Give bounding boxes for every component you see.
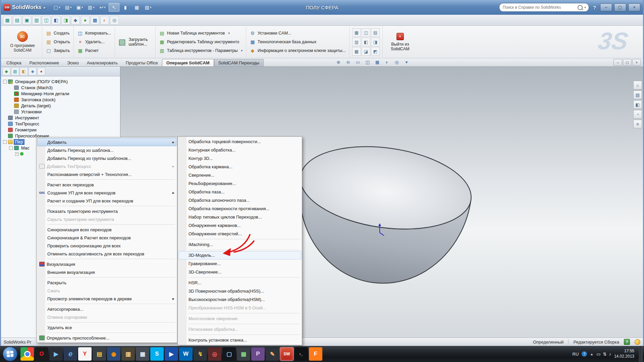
ribbon-button[interactable]: ◆ Информация о электронном ключе защиты.… [250, 46, 346, 55]
context-menu-item[interactable]: Добавить ТехПроцесс [37, 162, 176, 170]
search-dropdown-icon[interactable]: ▾ [584, 6, 586, 9]
tree-expand-toggle[interactable] [9, 110, 13, 114]
submenu-item[interactable]: HSR... [178, 279, 301, 287]
ribbon-grid-icon[interactable]: ▥ [352, 38, 361, 46]
command-tab[interactable]: Анализировать [83, 59, 122, 66]
show-desktop-button[interactable] [639, 346, 643, 362]
tree-expand-toggle[interactable] [9, 104, 13, 108]
submenu-item[interactable]: 3D-Сверление... [178, 268, 301, 276]
ribbon-button[interactable]: ▥ Таблица инструментов - Параметры [159, 46, 243, 55]
context-menu-item[interactable]: Расчет и создание УП для всех переходов [37, 197, 176, 205]
context-menu-item[interactable]: Определить приспособление... [37, 334, 176, 342]
ribbon-grid-icon[interactable]: ▩ [352, 47, 361, 56]
context-menu-item[interactable]: Раскрыть [37, 279, 176, 287]
ribbon-grid-icon[interactable]: ◪ [362, 47, 370, 56]
taskbar-app-icon[interactable]: ▶ [165, 347, 178, 361]
tree-item[interactable]: Установки [2, 109, 119, 115]
tree-expand-toggle[interactable] [9, 92, 13, 96]
taskbar-app-icon[interactable]: O [35, 347, 48, 361]
submenu-item[interactable] [189, 313, 300, 313]
context-menu-item[interactable]: Отменить ассоциативность для всех перехо… [37, 250, 176, 258]
load-template-button[interactable]: ▧ Загрузить шаблон... [115, 26, 156, 57]
ribbon-button[interactable]: ▢ Закрыть [46, 46, 70, 55]
tree-item[interactable]: ТехПроцесс [2, 121, 119, 127]
tree-item-label[interactable]: Пер [14, 139, 24, 144]
tree-item-label[interactable]: Менеджер Ноля детали [20, 91, 70, 96]
tree-item[interactable]: Инструмент [2, 115, 119, 121]
taskbar-clock[interactable]: 17:55 14.02.2013 [614, 349, 634, 359]
tree-item[interactable]: Геометрии [2, 127, 119, 133]
taskbar-app-icon[interactable]: ▤ [93, 347, 106, 361]
context-menu-item[interactable]: Добавить [37, 138, 176, 146]
command-tab[interactable]: Продукты Office [122, 59, 162, 66]
submenu-item[interactable]: 3D-Модель... [178, 251, 301, 259]
context-menu-item[interactable]: Автосортировка... [37, 305, 176, 313]
taskbar-app-icon[interactable]: ▦ [136, 347, 149, 361]
titlebar-tool-icon[interactable]: ↩ [97, 3, 108, 12]
tree-expand-toggle[interactable]: + [15, 152, 19, 156]
ribbon-grid-icon[interactable]: ▤ [371, 28, 380, 37]
toolbar-icon[interactable]: ◆ [71, 16, 80, 24]
taskbar-app-icon[interactable]: ▥ [121, 347, 135, 361]
tree-item[interactable]: Заготовка (stock) [2, 97, 119, 103]
tree-expand-toggle[interactable] [9, 86, 13, 89]
submenu-item[interactable]: Контур 3D... [178, 154, 301, 163]
submenu-item[interactable]: 3D Поверхностная обработка(HSS)... [178, 287, 301, 295]
toolbar-icon[interactable]: ◧ [52, 16, 60, 24]
submenu-item[interactable]: Резьбофрезерование... [178, 179, 301, 188]
taskbar-app-icon[interactable]: ▶ [49, 347, 63, 361]
tree-item-label[interactable]: Операция (ПОЛУ СФЕРА) [14, 79, 69, 84]
submenu-item[interactable]: Контроль установок станка... [178, 336, 301, 344]
context-menu-item[interactable] [47, 277, 175, 278]
tray-icon[interactable]: ♪ [609, 352, 611, 357]
view-tool-icon[interactable]: ⊖ [344, 59, 352, 65]
context-menu-item[interactable]: Проверить синхронизацию для всех [37, 242, 176, 250]
context-menu-item[interactable]: Показать траекторию инструмента [37, 207, 176, 215]
tree-item-label[interactable]: Заготовка (stock) [20, 97, 56, 102]
tree-expand-toggle[interactable] [9, 98, 13, 102]
toolbar-icon[interactable]: ▥ [32, 16, 41, 24]
context-menu-item[interactable]: Добавить Переход из группы шаблонов... [37, 154, 176, 162]
context-menu-item[interactable]: Скрыть траекторию инструмента [37, 215, 176, 223]
context-menu-item[interactable]: Просмотр элементов переходов в дереве [37, 295, 176, 303]
taskbar-app-icon[interactable]: W [179, 347, 193, 361]
taskbar-app-icon[interactable]: ›_ [294, 347, 308, 361]
hemisphere-model[interactable] [287, 136, 477, 294]
context-menu-item[interactable] [47, 259, 175, 259]
submenu-item[interactable]: Обработка кармана... [178, 163, 301, 171]
context-menu-item[interactable]: Внешняя визуализация [37, 268, 176, 276]
submenu-item[interactable]: Преобразование HSS-HSM в 5 Осей... [178, 304, 301, 312]
minimize-button[interactable]: – [600, 3, 612, 11]
viewport-tool-icon[interactable]: ◔ [633, 110, 642, 119]
show-hidden-icons-button[interactable]: ▲ [590, 352, 593, 356]
context-menu-item[interactable]: Расчет всех переходов [37, 181, 176, 189]
toolbar-icon[interactable]: ◐ [100, 16, 109, 24]
doc-restore-button[interactable]: ▢ [623, 59, 632, 66]
context-menu-item[interactable] [47, 224, 175, 225]
ribbon-grid-icon[interactable]: ◨ [371, 38, 380, 46]
context-menu-item[interactable]: Распознавание отверстий + Технология... [37, 170, 176, 178]
context-menu-item[interactable]: Отмена сортировки [37, 313, 176, 321]
titlebar-tool-icon[interactable]: ▤ [63, 3, 74, 12]
chevron-right-icon[interactable]: ▸ [44, 6, 46, 9]
ribbon-button[interactable]: ▤ Новая Таблица инструментов [159, 29, 243, 38]
titlebar-tool-icon[interactable]: ▮ [120, 3, 131, 12]
toolbar-icon[interactable]: ▤ [13, 16, 21, 24]
taskbar-app-icon[interactable]: ↯ [194, 347, 207, 361]
command-tab[interactable]: Эскиз [63, 59, 83, 66]
submenu-item[interactable]: Контурная обработка... [178, 146, 301, 154]
tree-expand-toggle[interactable]: - [3, 140, 7, 144]
ribbon-grid-icon[interactable]: ▦ [352, 28, 361, 37]
submenu-item[interactable]: Пятиосевая обработка... [178, 325, 301, 334]
tray-icon[interactable]: ⇅ [603, 352, 607, 357]
taskbar-app-icon[interactable] [20, 347, 34, 361]
submenu-item[interactable]: Набор типовых циклов Переходов... [178, 213, 301, 221]
toolbar-icon[interactable]: ◨ [61, 16, 70, 24]
search-icon[interactable] [578, 5, 583, 10]
taskbar-app-icon[interactable]: ◎ [208, 347, 221, 361]
context-menu-item[interactable] [47, 322, 175, 322]
tree-item-label[interactable]: Деталь (target) [20, 103, 52, 108]
maximize-button[interactable]: ▢ [614, 3, 626, 11]
tree-item-label[interactable]: ТехПроцесс [14, 121, 40, 126]
command-tab[interactable]: SolidCAM Переходы [214, 59, 264, 66]
